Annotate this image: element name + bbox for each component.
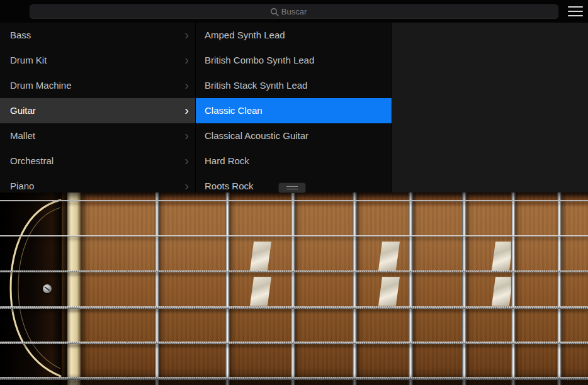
chevron-right-icon: › [184, 123, 189, 147]
category-label: Drum Kit [10, 48, 47, 73]
guitar-body-binding [0, 192, 62, 385]
preset-label: Amped Synth Lead [205, 23, 285, 48]
preset-label: Classic Clean [205, 98, 263, 123]
guitar-string-5[interactable] [0, 342, 588, 344]
category-item-guitar[interactable]: Guitar› [0, 98, 195, 123]
preset-item-classical-acoustic-guitar[interactable]: Classical Acoustic Guitar [196, 123, 392, 148]
category-label: Orchestral [10, 148, 54, 174]
preset-item-hard-rock[interactable]: Hard Rock [196, 148, 392, 174]
preset-item-amped-synth-lead[interactable]: Amped Synth Lead [196, 23, 392, 48]
preset-item-british-stack-synth-lead[interactable]: British Stack Synth Lead [196, 73, 392, 98]
chevron-right-icon: › [184, 148, 189, 172]
category-label: Piano [10, 174, 34, 192]
browser-resize-handle[interactable] [278, 182, 306, 193]
fret-wire-1 [155, 192, 159, 385]
fretboard[interactable] [0, 192, 588, 385]
category-label: Drum Machine [10, 73, 72, 98]
guitar-string-1[interactable] [0, 200, 588, 201]
fret-inlay [378, 242, 400, 271]
category-item-piano[interactable]: Piano› [0, 174, 195, 192]
preset-label: Hard Rock [205, 148, 249, 174]
fret-inlay [250, 277, 271, 306]
preset-list: Amped Synth LeadBritish Combo Synth Lead… [195, 23, 392, 192]
category-item-orchestral[interactable]: Orchestral› [0, 148, 195, 174]
fret-wire-3 [291, 192, 295, 385]
preset-label: British Combo Synth Lead [205, 48, 314, 73]
fret-inlay [378, 277, 400, 306]
chevron-right-icon: › [184, 98, 189, 122]
fret-wire-6 [462, 192, 466, 385]
guitar-string-6[interactable] [0, 377, 588, 380]
preset-item-british-combo-synth-lead[interactable]: British Combo Synth Lead [196, 48, 392, 73]
detail-panel [392, 23, 588, 192]
category-list: Bass›Drum Kit›Drum Machine›Guitar›Mallet… [0, 23, 195, 192]
search-field[interactable] [30, 4, 558, 19]
category-item-bass[interactable]: Bass› [0, 23, 195, 48]
category-label: Guitar [10, 98, 36, 123]
top-bar [0, 0, 588, 23]
strap-screw-icon [43, 284, 52, 293]
chevron-right-icon: › [184, 174, 189, 192]
fret-inlay [492, 277, 513, 306]
guitar-string-3[interactable] [0, 271, 588, 272]
category-label: Bass [10, 23, 31, 48]
preset-label: Classical Acoustic Guitar [205, 123, 308, 148]
chevron-right-icon: › [184, 48, 189, 72]
fret-inlay [492, 242, 513, 271]
fret-wire-8 [557, 192, 562, 385]
fret-wire-7 [511, 192, 516, 385]
category-item-drum-kit[interactable]: Drum Kit› [0, 48, 195, 73]
grip-lines-icon [286, 186, 298, 187]
guitar-string-4[interactable] [0, 306, 588, 309]
guitar-string-2[interactable] [0, 235, 588, 237]
fret-wire-2 [225, 192, 230, 385]
category-item-drum-machine[interactable]: Drum Machine› [0, 73, 195, 98]
fret-wire-4 [353, 192, 357, 385]
menu-icon[interactable] [568, 6, 583, 16]
preset-label: Roots Rock [205, 174, 254, 192]
garageband-window: Bass›Drum Kit›Drum Machine›Guitar›Mallet… [0, 0, 588, 385]
fret-wire-5 [409, 192, 413, 385]
nut [67, 192, 81, 385]
search-input[interactable] [30, 5, 558, 18]
preset-item-classic-clean[interactable]: Classic Clean [196, 98, 392, 123]
category-label: Mallet [10, 123, 35, 148]
preset-label: British Stack Synth Lead [205, 73, 307, 98]
chevron-right-icon: › [184, 23, 189, 47]
fret-inlay [250, 242, 271, 271]
guitar-body [0, 192, 62, 385]
chevron-right-icon: › [184, 73, 189, 97]
sound-browser: Bass›Drum Kit›Drum Machine›Guitar›Mallet… [0, 23, 588, 192]
category-item-mallet[interactable]: Mallet› [0, 123, 195, 148]
